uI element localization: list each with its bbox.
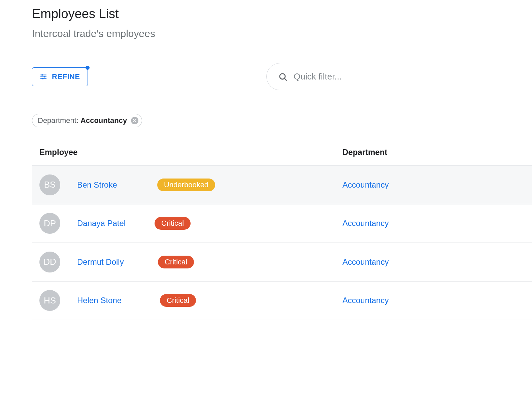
- avatar: DD: [39, 252, 60, 272]
- cell-employee: DP Danaya Patel Critical: [39, 213, 342, 234]
- refine-indicator-dot: [86, 66, 90, 70]
- filter-chip-department[interactable]: Department: Accountancy: [32, 114, 142, 127]
- table-row[interactable]: DP Danaya Patel Critical Accountancy: [32, 204, 532, 243]
- table-row[interactable]: DD Dermut Dolly Critical Accountancy: [32, 243, 532, 282]
- cell-department: Accountancy: [342, 296, 389, 305]
- svg-rect-5: [42, 78, 43, 79]
- table-row[interactable]: HS Helen Stone Critical Accountancy: [32, 281, 532, 320]
- cell-employee: BS Ben Stroke Underbooked: [39, 174, 342, 195]
- department-link[interactable]: Accountancy: [342, 296, 389, 305]
- department-link[interactable]: Accountancy: [342, 257, 389, 266]
- avatar: HS: [39, 290, 60, 311]
- employee-name-link[interactable]: Dermut Dolly: [77, 257, 138, 267]
- avatar: BS: [39, 174, 60, 195]
- sliders-icon: [40, 73, 47, 80]
- filter-chips: Department: Accountancy: [32, 114, 532, 127]
- column-header-employee[interactable]: Employee: [39, 148, 342, 157]
- search-icon: [278, 72, 288, 82]
- status-badge: Critical: [158, 256, 194, 268]
- employee-name-link[interactable]: Ben Stroke: [77, 180, 138, 190]
- chip-label: Department:: [38, 116, 78, 125]
- cell-department: Accountancy: [342, 257, 389, 267]
- page-subtitle: Intercoal trade's employees: [32, 28, 532, 39]
- svg-line-7: [285, 78, 286, 80]
- svg-rect-4: [44, 76, 45, 77]
- cell-employee: DD Dermut Dolly Critical: [39, 252, 342, 272]
- cell-department: Accountancy: [342, 219, 389, 228]
- search-field[interactable]: [266, 63, 532, 90]
- status-badge: Critical: [160, 294, 196, 307]
- svg-rect-3: [42, 74, 43, 75]
- avatar: DP: [39, 213, 60, 234]
- chip-value: Accountancy: [80, 116, 127, 125]
- department-link[interactable]: Accountancy: [342, 180, 389, 189]
- table-row[interactable]: BS Ben Stroke Underbooked Accountancy: [32, 165, 532, 204]
- employee-name-link[interactable]: Helen Stone: [77, 296, 138, 305]
- employee-name-link[interactable]: Danaya Patel: [77, 219, 138, 228]
- department-link[interactable]: Accountancy: [342, 219, 389, 228]
- refine-button[interactable]: REFINE: [32, 67, 88, 86]
- refine-button-label: REFINE: [52, 72, 80, 81]
- status-badge: Critical: [155, 217, 191, 230]
- search-input[interactable]: [294, 71, 524, 82]
- status-badge: Underbooked: [157, 179, 215, 191]
- table-header: Employee Department: [32, 148, 532, 166]
- page-title: Employees List: [32, 7, 532, 21]
- controls-row: REFINE: [32, 63, 532, 90]
- cell-employee: HS Helen Stone Critical: [39, 290, 342, 311]
- column-header-department[interactable]: Department: [342, 148, 387, 157]
- close-icon[interactable]: [131, 117, 138, 124]
- cell-department: Accountancy: [342, 180, 389, 190]
